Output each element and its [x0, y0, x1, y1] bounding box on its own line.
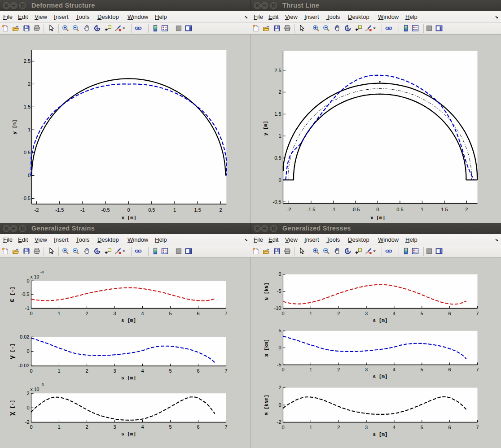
svg-text:2: 2 — [465, 207, 468, 212]
svg-text:1.5: 1.5 — [194, 207, 201, 213]
svg-text:0: 0 — [278, 402, 281, 408]
svg-text:0: 0 — [26, 348, 29, 354]
svg-text:7: 7 — [476, 425, 479, 430]
svg-text:4: 4 — [393, 311, 396, 316]
svg-text:5: 5 — [169, 311, 171, 316]
svg-text:0: 0 — [281, 425, 284, 430]
svg-text:-3: -3 — [40, 383, 44, 387]
svg-text:0: 0 — [376, 207, 379, 212]
svg-text:0.5: 0.5 — [24, 150, 31, 155]
svg-text:5: 5 — [421, 425, 423, 430]
svg-text:0.02: 0.02 — [20, 334, 29, 339]
svg-text:0: 0 — [26, 278, 29, 283]
svg-text:2: 2 — [337, 425, 340, 430]
svg-text:1: 1 — [28, 127, 31, 132]
svg-text:3: 3 — [365, 311, 368, 316]
svg-text:-2: -2 — [35, 207, 39, 213]
svg-text:7: 7 — [476, 311, 479, 316]
svg-text:1: 1 — [57, 368, 60, 374]
svg-text:-0.5: -0.5 — [21, 291, 30, 297]
svg-text:-0.5: -0.5 — [101, 207, 110, 213]
svg-text:7: 7 — [224, 368, 227, 374]
svg-text:-1: -1 — [80, 207, 85, 213]
svg-text:0: 0 — [278, 177, 281, 183]
svg-text:s [m]: s [m] — [121, 318, 136, 323]
svg-text:s [m]: s [m] — [373, 318, 387, 323]
svg-text:γ [-]: γ [-] — [9, 344, 17, 359]
svg-text:1.5: 1.5 — [24, 104, 31, 109]
svg-text:1: 1 — [57, 424, 60, 430]
svg-text:0.5: 0.5 — [274, 155, 281, 161]
svg-text:x 10: x 10 — [31, 274, 40, 279]
svg-text:7: 7 — [224, 424, 227, 430]
svg-text:2: 2 — [85, 424, 88, 430]
svg-text:-0.5: -0.5 — [273, 199, 281, 204]
svg-text:-5: -5 — [277, 288, 281, 294]
svg-text:-1: -1 — [331, 207, 336, 212]
svg-text:0: 0 — [28, 173, 31, 178]
svg-text:2: 2 — [219, 207, 222, 213]
svg-text:1: 1 — [278, 133, 281, 139]
svg-text:6: 6 — [448, 367, 451, 372]
svg-text:0: 0 — [30, 311, 32, 316]
svg-text:4: 4 — [141, 368, 144, 374]
svg-text:N [kN]: N [kN] — [264, 283, 269, 300]
svg-text:-10: -10 — [274, 305, 281, 311]
svg-text:0: 0 — [26, 405, 29, 410]
svg-text:0: 0 — [281, 311, 284, 316]
svg-text:-0.5: -0.5 — [22, 196, 31, 201]
svg-text:s [m]: s [m] — [121, 375, 136, 381]
svg-text:1: 1 — [173, 207, 176, 213]
svg-text:1.5: 1.5 — [441, 207, 448, 212]
svg-text:x 10: x 10 — [31, 387, 40, 392]
svg-text:4: 4 — [393, 367, 396, 372]
svg-text:5: 5 — [278, 328, 281, 333]
svg-text:4: 4 — [141, 424, 144, 430]
svg-text:-1.5: -1.5 — [55, 207, 64, 213]
svg-text:2: 2 — [278, 89, 281, 95]
svg-text:0: 0 — [127, 207, 130, 213]
svg-text:2: 2 — [28, 81, 31, 87]
svg-text:1.5: 1.5 — [274, 111, 281, 117]
svg-text:y [m]: y [m] — [12, 119, 18, 134]
svg-text:S [kN]: S [kN] — [264, 339, 269, 357]
svg-text:-1: -1 — [25, 305, 30, 311]
svg-text:1: 1 — [57, 311, 60, 316]
svg-text:ε [-]: ε [-] — [9, 287, 17, 302]
svg-text:M [kNm]: M [kNm] — [264, 395, 269, 415]
svg-text:2: 2 — [337, 367, 340, 372]
svg-text:6: 6 — [448, 311, 451, 316]
svg-text:y [m]: y [m] — [263, 121, 268, 135]
svg-text:-4: -4 — [40, 270, 44, 274]
svg-text:3: 3 — [113, 368, 116, 374]
svg-text:6: 6 — [197, 311, 199, 316]
svg-text:-5: -5 — [277, 362, 281, 367]
svg-text:1: 1 — [309, 311, 312, 316]
svg-text:0: 0 — [281, 367, 284, 372]
svg-text:-0.02: -0.02 — [18, 363, 29, 368]
svg-text:2: 2 — [85, 311, 88, 316]
svg-text:6: 6 — [197, 368, 199, 374]
svg-text:-2: -2 — [287, 207, 291, 212]
svg-text:5: 5 — [169, 368, 171, 374]
svg-text:2: 2 — [85, 368, 88, 374]
svg-text:6: 6 — [197, 424, 199, 430]
svg-text:0: 0 — [278, 271, 281, 277]
svg-text:7: 7 — [476, 367, 479, 372]
svg-text:3: 3 — [365, 367, 368, 372]
svg-text:s [m]: s [m] — [373, 432, 387, 437]
svg-text:x [m]: x [m] — [121, 215, 136, 221]
svg-text:1: 1 — [309, 367, 312, 372]
svg-text:-1.5: -1.5 — [307, 207, 315, 212]
svg-text:x [m]: x [m] — [370, 215, 385, 221]
svg-text:4: 4 — [141, 311, 144, 316]
svg-text:2: 2 — [26, 391, 29, 396]
svg-text:5: 5 — [169, 424, 171, 430]
svg-text:2.5: 2.5 — [24, 58, 31, 64]
svg-text:0.5: 0.5 — [396, 207, 403, 212]
svg-text:s [m]: s [m] — [121, 431, 136, 437]
svg-text:1: 1 — [421, 207, 423, 212]
svg-text:s [m]: s [m] — [373, 374, 387, 379]
svg-text:0.5: 0.5 — [148, 207, 155, 213]
svg-text:5: 5 — [421, 367, 423, 372]
